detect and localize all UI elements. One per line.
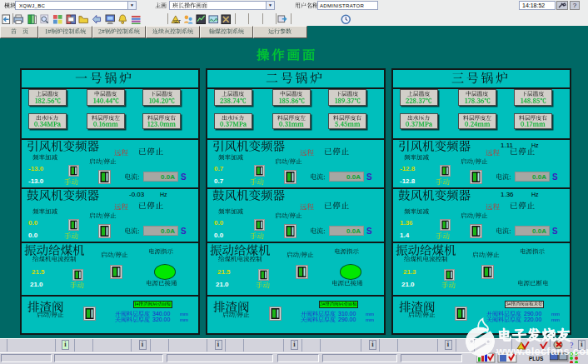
svg-text:SET: SET <box>173 19 181 23</box>
